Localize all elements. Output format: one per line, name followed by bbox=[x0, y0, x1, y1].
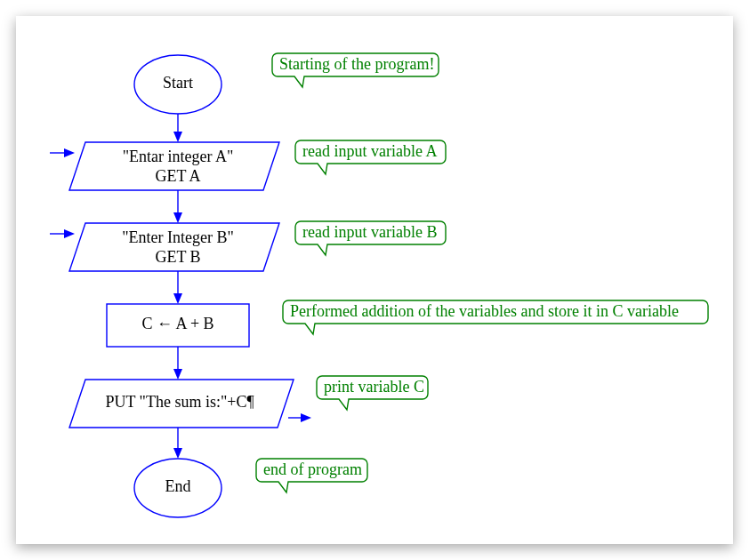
arrowhead-4 bbox=[173, 369, 182, 380]
callout-end: end of program bbox=[256, 459, 367, 492]
inputB-line2: GET B bbox=[155, 248, 200, 266]
callout-inputA-text: read input variable A bbox=[302, 142, 437, 160]
callout-inputB-text: read input variable B bbox=[302, 223, 437, 241]
arrowhead-2 bbox=[173, 212, 182, 223]
inputB-line1: "Enter Integer B" bbox=[122, 228, 234, 246]
arrowhead-5 bbox=[173, 448, 182, 459]
callout-process: Performed addition of the variables and … bbox=[283, 300, 708, 334]
callout-inputB: read input variable B bbox=[295, 221, 446, 255]
output-label: PUT "The sum is:"+C¶ bbox=[105, 393, 254, 411]
start-label: Start bbox=[163, 74, 193, 92]
canvas: Start "Entar integer A" GET A "Enter Int… bbox=[0, 0, 749, 560]
inputA-line2: GET A bbox=[155, 167, 200, 185]
arrowhead-1 bbox=[173, 132, 182, 142]
flowchart-svg: Start "Entar integer A" GET A "Enter Int… bbox=[16, 16, 733, 544]
callout-process-text: Performed addition of the variables and … bbox=[290, 302, 679, 320]
inputA-line1: "Entar integer A" bbox=[123, 148, 234, 165]
paper: Start "Entar integer A" GET A "Enter Int… bbox=[16, 16, 733, 544]
callout-start: Starting of the program! bbox=[272, 53, 439, 87]
callout-start-text: Starting of the program! bbox=[279, 55, 434, 73]
output-out-arrowhead bbox=[301, 413, 311, 422]
callout-end-text: end of program bbox=[263, 460, 362, 478]
end-label: End bbox=[165, 477, 191, 495]
arrowhead-3 bbox=[173, 293, 182, 304]
manual-arrowhead-inputB bbox=[64, 229, 75, 238]
callout-output: print variable C bbox=[317, 376, 428, 410]
manual-arrowhead-inputA bbox=[64, 148, 75, 157]
callout-inputA: read input variable A bbox=[295, 140, 446, 174]
callout-output-text: print variable C bbox=[324, 378, 424, 396]
process-label: C ← A + B bbox=[141, 315, 213, 332]
